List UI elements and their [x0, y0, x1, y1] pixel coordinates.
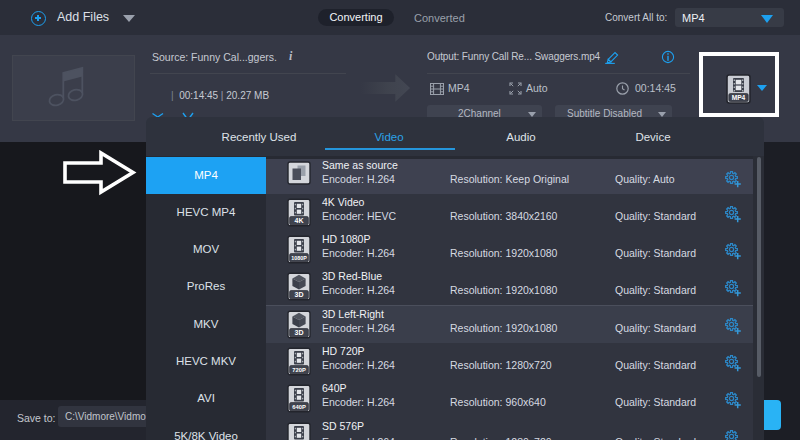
- svg-text:4K: 4K: [295, 217, 304, 224]
- svg-text:3D: 3D: [295, 329, 304, 336]
- svg-text:1080P: 1080P: [291, 255, 307, 261]
- svg-text:720P: 720P: [292, 367, 306, 373]
- svg-text:MP4: MP4: [732, 94, 746, 101]
- svg-text:3D: 3D: [295, 292, 304, 299]
- svg-text:640P: 640P: [292, 404, 306, 410]
